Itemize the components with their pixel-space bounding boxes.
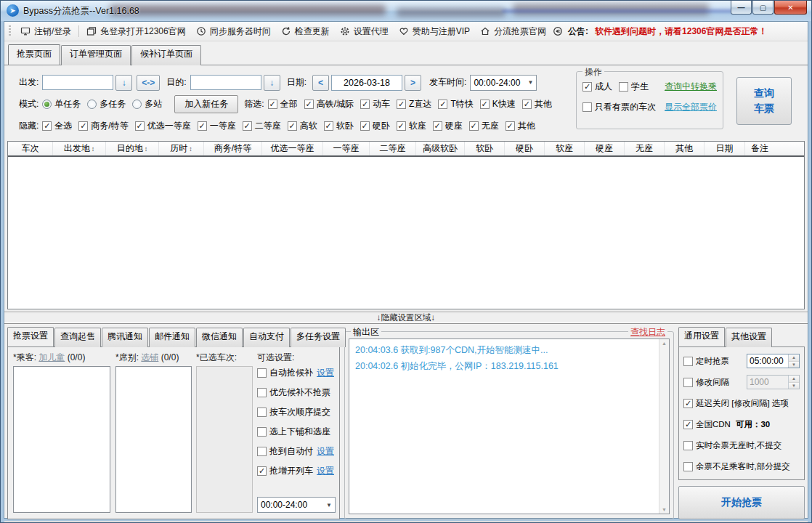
tab-waitlist-page[interactable]: 候补订单页面 — [131, 45, 201, 65]
delay-close-row[interactable]: 延迟关闭 [修改间隔] 选项 — [683, 396, 800, 410]
tab-general-settings[interactable]: 通用设置 — [678, 327, 725, 346]
settings-link[interactable]: 设置 — [317, 465, 334, 477]
hide-premium-first[interactable]: 优选一等座 — [135, 120, 191, 132]
interval-row[interactable]: 修改间隔 1000 ▲▼ — [683, 375, 800, 389]
only-available-checkbox[interactable]: 只看有票的车次 — [582, 101, 656, 113]
hide-premium-soft[interactable]: 高软 — [288, 120, 317, 132]
hide-hard-seat[interactable]: 硬座 — [433, 120, 463, 132]
col-soft-seat[interactable]: 软座 — [545, 142, 585, 155]
hide-other[interactable]: 其他 — [506, 120, 535, 132]
opt-waitlist-first[interactable]: 优先候补不抢票 — [257, 386, 336, 400]
col-duration[interactable]: 历时↕ — [159, 142, 204, 155]
col-premium-first[interactable]: 优选一等座 — [262, 142, 323, 155]
hide-first-class[interactable]: 一等座 — [198, 120, 236, 132]
no-seat-row[interactable]: 实时余票无座时,不提交 — [683, 438, 800, 453]
sync-time-button[interactable]: 同步服务器时间 — [191, 23, 276, 40]
settings-link[interactable]: 设置 — [317, 445, 334, 458]
col-no-seat[interactable]: 无座 — [625, 142, 665, 155]
hide-no-seat[interactable]: 无座 — [469, 120, 499, 132]
spinner-buttons[interactable]: ▲▼ — [788, 376, 799, 389]
close-button[interactable]: ✕ — [774, 1, 807, 15]
filter-highspeed[interactable]: 高铁/城际 — [304, 98, 354, 110]
col-business[interactable]: 商务/特等 — [204, 142, 262, 155]
filter-other[interactable]: 其他 — [522, 98, 552, 110]
check-update-button[interactable]: 检查更新 — [276, 23, 335, 40]
sponsor-vip-button[interactable]: 赞助与注册VIP — [394, 23, 475, 40]
opt-auto-pay[interactable]: 抢到自动付设置 — [257, 445, 336, 458]
partial-submit-row[interactable]: 余票不足乘客时,部分提交 — [683, 459, 800, 474]
tab-order-page[interactable]: 订单管理页面 — [61, 45, 131, 65]
tab-ticket-page[interactable]: 抢票页面 — [8, 44, 60, 65]
titlebar[interactable]: ➤ Bypass分流抢票--Ver1.16.68 — ▢ ✕ — [1, 1, 811, 21]
tab-sale-query[interactable]: 查询起售 — [54, 328, 101, 347]
dest-dropdown-button[interactable]: ↓ — [264, 75, 280, 91]
radio-multi-station[interactable]: 多站 — [132, 98, 162, 110]
show-all-price-link[interactable]: 显示全部票价 — [665, 101, 717, 113]
open-12306-button[interactable]: 免登录打开12306官网 — [81, 23, 190, 40]
hide-business[interactable]: 商务/特等 — [78, 120, 128, 132]
col-soft-sleeper[interactable]: 软卧 — [465, 142, 505, 155]
next-day-button[interactable]: > — [405, 75, 421, 91]
col-remark[interactable]: 备注 — [745, 142, 804, 155]
settings-link[interactable]: 设置 — [317, 367, 334, 379]
filter-d-train[interactable]: 动车 — [360, 98, 390, 110]
add-task-button[interactable]: 加入新任务 — [174, 95, 238, 113]
hide-hard-sleeper[interactable]: 硬卧 — [360, 120, 390, 132]
tab-auto-pay[interactable]: 自动支付 — [243, 328, 290, 347]
hide-soft-sleeper[interactable]: 软卧 — [324, 120, 354, 132]
col-depart[interactable]: 出发地↕ — [53, 142, 106, 155]
col-dest[interactable]: 目的地↕ — [106, 142, 159, 155]
filter-all[interactable]: 全部 — [268, 98, 298, 110]
select-berth-link[interactable]: 选铺 — [141, 352, 158, 362]
dest-input[interactable] — [190, 75, 261, 90]
radio-single-task[interactable]: 单任务 — [42, 98, 81, 110]
tab-mail-notify[interactable]: 邮件通知 — [149, 328, 195, 347]
swap-stations-button[interactable]: <-> — [137, 75, 160, 91]
tab-wechat-notify[interactable]: 微信通知 — [196, 328, 243, 347]
timed-grab-row[interactable]: 定时抢票 05:00:00 ▲▼ — [683, 354, 800, 368]
logout-login-button[interactable]: 注销/登录 — [15, 23, 76, 40]
passenger-listbox[interactable] — [13, 366, 110, 513]
col-date[interactable]: 日期 — [705, 142, 745, 155]
prev-day-button[interactable]: < — [312, 75, 329, 91]
seat-listbox[interactable] — [115, 366, 192, 513]
scroll-up-icon[interactable]: ▲ — [662, 341, 667, 346]
tab-grab-settings[interactable]: 抢票设置 — [7, 327, 54, 346]
add-child-link[interactable]: 加儿童 — [38, 352, 65, 362]
official-site-button[interactable]: 分流抢票官网 — [475, 23, 551, 40]
opt-berth-seat-select[interactable]: 选上下铺和选座 — [257, 425, 336, 439]
selected-trains-box[interactable] — [196, 366, 253, 513]
transfer-query-link[interactable]: 查询中转换乘 — [665, 81, 717, 93]
scroll-down-icon[interactable]: ▼ — [662, 507, 667, 512]
col-hard-sleeper[interactable]: 硬卧 — [505, 142, 545, 155]
minimize-button[interactable]: — — [731, 1, 752, 15]
log-area[interactable]: 20:04:03.6 获取到:987个CDN,开始智能测速中... 20:04:… — [349, 338, 670, 514]
set-proxy-button[interactable]: 设置代理 — [335, 23, 394, 40]
hide-select-all[interactable]: 全选 — [42, 120, 72, 132]
filter-k-train[interactable]: K快速 — [480, 98, 516, 110]
train-table-body[interactable] — [8, 157, 804, 309]
tab-multitask-settings[interactable]: 多任务设置 — [291, 328, 346, 347]
col-first[interactable]: 一等座 — [323, 142, 370, 155]
toolbar-grip[interactable] — [9, 25, 11, 37]
timed-grab-spinner[interactable]: 05:00:00 ▲▼ — [747, 354, 800, 368]
date-input[interactable]: 2026-03-18 — [331, 75, 402, 91]
tab-other-settings[interactable]: 其他设置 — [726, 328, 772, 347]
log-scrollbar[interactable]: ▲ ▼ — [659, 339, 669, 514]
start-grab-button[interactable]: 开始抢票 — [678, 486, 805, 519]
hide-second-class[interactable]: 二等座 — [243, 120, 281, 132]
hide-soft-seat[interactable]: 软座 — [397, 120, 426, 132]
find-log-link[interactable]: 查找日志 — [628, 326, 667, 338]
col-train-no[interactable]: 车次 — [8, 142, 53, 155]
adult-checkbox[interactable]: 成人 — [582, 81, 612, 93]
opt-auto-waitlist[interactable]: 自动抢候补设置 — [257, 366, 336, 380]
task-time-select[interactable]: 00:00-24:00 ▼ — [257, 497, 336, 513]
cdn-row[interactable]: 全国CDN 可用：30 — [683, 417, 800, 431]
depart-dropdown-button[interactable]: ↓ — [115, 75, 132, 91]
depart-input[interactable] — [42, 75, 113, 90]
interval-spinner[interactable]: 1000 ▲▼ — [747, 375, 800, 389]
col-premium-soft[interactable]: 高级软卧 — [416, 142, 465, 155]
tab-qq-notify[interactable]: 腾讯通知 — [102, 328, 148, 347]
spinner-buttons[interactable]: ▲▼ — [788, 354, 799, 368]
query-ticket-button[interactable]: 查询 车票 — [736, 77, 792, 125]
